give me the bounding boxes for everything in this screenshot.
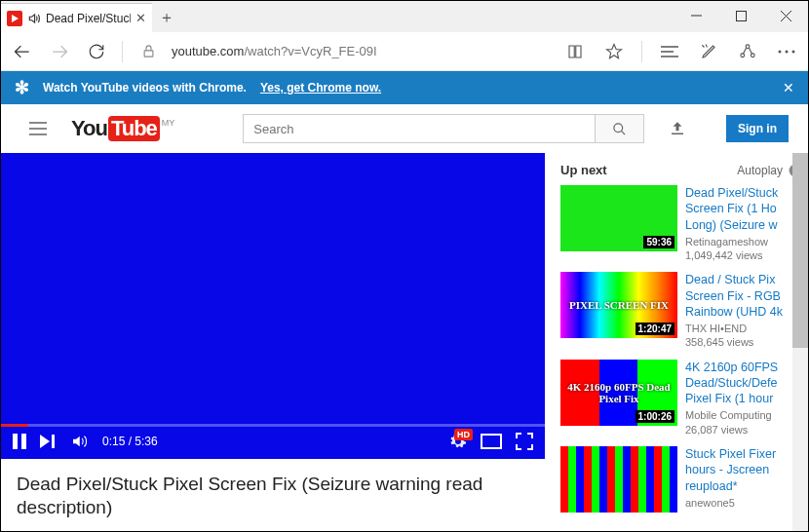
youtube-logo[interactable]: You Tube MY xyxy=(71,116,174,141)
share-icon[interactable] xyxy=(734,38,761,65)
page-content: 0:15 / 5:36 HD Dead Pixel/Stuck Pixel Sc… xyxy=(1,153,808,531)
window-maximize-button[interactable] xyxy=(718,1,763,30)
rec-views: 358,645 views xyxy=(685,335,802,349)
reading-view-icon[interactable] xyxy=(561,38,589,65)
pause-icon[interactable] xyxy=(13,434,26,449)
rec-channel: anewone5 xyxy=(685,496,802,510)
progress-bar[interactable] xyxy=(1,424,545,427)
recommendation[interactable]: PIXEL SCREEN FIX1:20:47Dead / Stuck Pix … xyxy=(560,272,802,349)
volume-icon[interactable] xyxy=(69,433,89,450)
tab-title: Dead Pixel/Stuck Pi xyxy=(46,12,131,25)
lock-icon xyxy=(135,38,162,65)
rec-title: Dead Pixel/Stuck Screen Fix (1 Ho Long) … xyxy=(685,185,802,233)
sound-icon xyxy=(27,12,41,25)
recommendation[interactable]: 59:36Dead Pixel/Stuck Screen Fix (1 Ho L… xyxy=(560,185,802,262)
upnext-label: Up next xyxy=(560,163,607,177)
rec-channel: Retinagameshow xyxy=(685,235,802,248)
tab-close-icon[interactable]: ✕ xyxy=(135,11,146,25)
refresh-button[interactable] xyxy=(83,38,110,65)
svg-rect-0 xyxy=(736,11,746,20)
next-icon[interactable] xyxy=(40,435,56,448)
time-display: 0:15 / 5:36 xyxy=(102,435,158,448)
svg-rect-11 xyxy=(21,434,26,449)
thumbnail[interactable] xyxy=(560,446,677,513)
duration-badge: 1:20:47 xyxy=(636,323,674,335)
svg-point-6 xyxy=(786,50,789,53)
search-box xyxy=(243,114,644,143)
window-minimize-button[interactable] xyxy=(674,1,718,30)
youtube-header: You Tube MY Sign in xyxy=(1,104,808,153)
duration-badge: 59:36 xyxy=(643,236,674,248)
rec-views: 26,087 views xyxy=(685,423,802,437)
browser-toolbar: youtube.com/watch?v=VcyR_FE-09I xyxy=(1,32,808,71)
rec-channel: THX HI•END xyxy=(685,322,802,335)
recommendation[interactable]: Stuck Pixel Fixer hours - Jscreen reuplo… xyxy=(560,446,802,513)
svg-rect-9 xyxy=(672,133,683,135)
tab-bar: Dead Pixel/Stuck Pi ✕ ＋ xyxy=(1,1,808,32)
fullscreen-icon[interactable] xyxy=(516,433,533,450)
rec-title: Stuck Pixel Fixer hours - Jscreen reuplo… xyxy=(685,446,802,494)
svg-rect-12 xyxy=(52,435,55,448)
scrollbar-handle[interactable] xyxy=(792,153,808,348)
back-button[interactable] xyxy=(9,38,36,65)
chrome-promo-banner: ✻ Watch YouTube videos with Chrome. Yes,… xyxy=(1,71,808,104)
video-player[interactable]: 0:15 / 5:36 HD xyxy=(1,153,545,459)
thumbnail[interactable]: PIXEL SCREEN FIX1:20:47 xyxy=(560,272,677,338)
new-tab-button[interactable]: ＋ xyxy=(152,3,181,32)
autoplay-label: Autoplay xyxy=(737,164,783,177)
search-input[interactable] xyxy=(243,114,596,143)
svg-point-2 xyxy=(746,44,750,48)
sidebar: Up next Autoplay i 59:36Dead Pixel/Stuck… xyxy=(545,153,808,531)
banner-text: Watch YouTube videos with Chrome. xyxy=(43,81,247,95)
svg-point-7 xyxy=(792,50,795,53)
svg-rect-13 xyxy=(482,435,501,448)
upload-button[interactable] xyxy=(664,115,691,142)
duration-badge: 1:00:26 xyxy=(636,410,674,423)
youtube-favicon xyxy=(7,11,22,26)
thumbnail[interactable]: 4K 2160p 60FPS Dead Pixel Fix1:00:26 xyxy=(560,360,677,426)
address-bar[interactable]: youtube.com/watch?v=VcyR_FE-09I xyxy=(172,44,546,58)
asterisk-icon: ✻ xyxy=(15,77,29,98)
signin-button[interactable]: Sign in xyxy=(726,115,789,142)
window-close-button[interactable] xyxy=(763,1,808,30)
thumbnail[interactable]: 59:36 xyxy=(560,185,677,251)
scrollbar[interactable]: ▲ xyxy=(792,153,808,531)
banner-close-icon[interactable]: ✕ xyxy=(783,80,794,95)
search-button[interactable] xyxy=(596,114,644,143)
notes-icon[interactable] xyxy=(695,38,722,65)
svg-rect-10 xyxy=(13,434,18,449)
hub-icon[interactable] xyxy=(656,38,683,65)
rec-title: 4K 2160p 60FPS Dead/Stuck/Defe Pixel Fix… xyxy=(685,360,802,407)
theater-icon[interactable] xyxy=(481,434,502,449)
video-title: Dead Pixel/Stuck Pixel Screen Fix (Seizu… xyxy=(17,473,529,519)
svg-rect-1 xyxy=(144,51,153,57)
rec-views: 1,049,442 views xyxy=(685,248,802,262)
player-controls: 0:15 / 5:36 HD xyxy=(1,424,545,459)
favorite-icon[interactable] xyxy=(600,38,628,65)
banner-cta-link[interactable]: Yes, get Chrome now. xyxy=(260,81,381,95)
forward-button[interactable] xyxy=(46,38,73,65)
svg-point-3 xyxy=(741,53,745,57)
settings-icon[interactable]: HD xyxy=(449,433,467,450)
svg-point-4 xyxy=(751,53,754,57)
svg-point-8 xyxy=(614,123,623,132)
more-icon[interactable] xyxy=(773,38,800,65)
menu-icon[interactable] xyxy=(24,115,52,142)
rec-channel: Mobile Computing xyxy=(685,408,802,422)
svg-point-5 xyxy=(779,50,782,53)
browser-tab[interactable]: Dead Pixel/Stuck Pi ✕ xyxy=(1,3,152,32)
rec-title: Dead / Stuck Pix Screen Fix - RGB Rainbo… xyxy=(685,272,802,320)
recommendation[interactable]: 4K 2160p 60FPS Dead Pixel Fix1:00:264K 2… xyxy=(560,360,802,437)
